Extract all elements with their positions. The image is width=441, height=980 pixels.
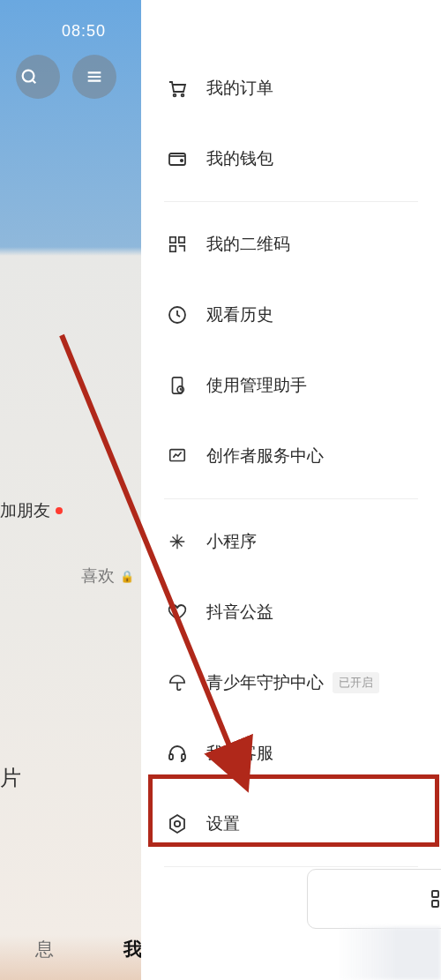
watermark-blur <box>335 927 441 980</box>
wallet-icon <box>166 147 189 170</box>
svg-rect-13 <box>182 754 185 759</box>
divider <box>164 498 418 499</box>
gear-icon <box>166 812 189 835</box>
status-time: 08:50 <box>62 22 106 41</box>
miniapp-icon <box>166 530 189 553</box>
search-icon <box>18 65 41 88</box>
svg-point-0 <box>23 71 34 82</box>
menu-label: 我的客服 <box>206 742 273 765</box>
menu-label: 青少年守护中心 <box>206 671 324 694</box>
umbrella-icon <box>166 671 189 694</box>
menu-label: 我的二维码 <box>206 233 290 256</box>
status-badge: 已开启 <box>333 672 379 693</box>
clock-icon <box>166 303 189 326</box>
menu-item-creator[interactable]: 创作者服务中心 <box>141 421 441 491</box>
svg-point-2 <box>182 94 184 97</box>
menu-item-history[interactable]: 观看历史 <box>141 280 441 350</box>
divider <box>164 866 418 867</box>
phone-clock-icon <box>166 374 189 397</box>
menu-label: 创作者服务中心 <box>206 445 324 468</box>
svg-rect-16 <box>432 891 438 897</box>
svg-rect-5 <box>170 237 176 243</box>
chart-icon <box>166 445 189 468</box>
menu-item-charity[interactable]: 抖音公益 <box>141 577 441 647</box>
menu-item-usage[interactable]: 使用管理助手 <box>141 350 441 421</box>
menu-label: 我的订单 <box>206 77 273 100</box>
menu-label: 观看历史 <box>206 303 273 326</box>
notification-dot-icon <box>56 507 63 514</box>
cart-icon <box>166 77 189 100</box>
menu-button[interactable] <box>72 55 116 99</box>
menu-item-teen[interactable]: 青少年守护中心 已开启 <box>141 647 441 718</box>
add-friend-label: 加朋友 <box>0 499 50 522</box>
qrcode-icon <box>166 233 189 256</box>
nav-messages[interactable]: 息 <box>0 937 88 961</box>
menu-label: 我的钱包 <box>206 147 273 170</box>
svg-rect-18 <box>432 901 438 907</box>
menu-icon <box>85 67 104 86</box>
bottom-toolbar-card[interactable] <box>307 869 441 929</box>
search-button[interactable] <box>16 55 60 99</box>
menu-label: 设置 <box>206 812 240 835</box>
menu-item-qrcode[interactable]: 我的二维码 <box>141 209 441 280</box>
menu-item-wallet[interactable]: 我的钱包 <box>141 123 441 194</box>
divider <box>164 201 418 202</box>
add-friend-chip[interactable]: 加朋友 <box>0 490 75 532</box>
card-fragment: 片 <box>0 764 21 792</box>
svg-point-1 <box>174 94 176 97</box>
svg-rect-6 <box>179 237 184 243</box>
menu-label: 小程序 <box>206 530 257 553</box>
tab-likes-label: 喜欢 <box>81 565 115 587</box>
svg-point-15 <box>175 821 180 827</box>
svg-rect-7 <box>170 246 176 251</box>
tab-likes[interactable]: 喜欢 🔒 <box>0 565 141 587</box>
svg-rect-12 <box>169 754 173 759</box>
svg-point-4 <box>181 160 183 161</box>
menu-item-settings[interactable]: 设置 <box>141 789 441 859</box>
apps-icon <box>430 888 441 909</box>
menu-label: 使用管理助手 <box>206 374 307 397</box>
menu-item-orders[interactable]: 我的订单 <box>141 53 441 123</box>
lock-icon: 🔒 <box>120 570 134 583</box>
side-drawer: 我的订单 我的钱包 我的二维码 观看历史 使用管理助手 <box>141 0 441 980</box>
heart-icon <box>166 601 189 624</box>
headset-icon <box>166 742 189 765</box>
svg-marker-14 <box>170 815 184 833</box>
menu-label: 抖音公益 <box>206 601 273 624</box>
menu-item-support[interactable]: 我的客服 <box>141 718 441 789</box>
menu-item-miniapp[interactable]: 小程序 <box>141 506 441 577</box>
